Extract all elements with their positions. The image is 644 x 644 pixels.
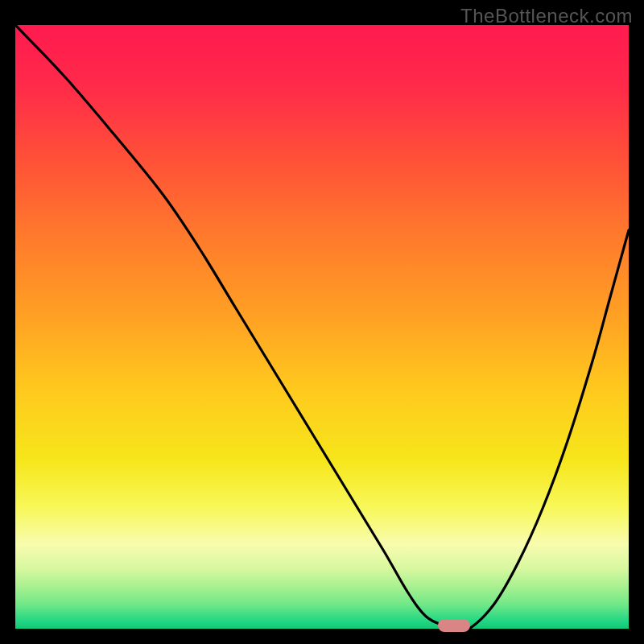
watermark-text: TheBottleneck.com bbox=[460, 5, 633, 27]
chart-plot-area bbox=[15, 25, 629, 629]
bottleneck-curve-path bbox=[15, 25, 629, 629]
optimum-marker bbox=[438, 619, 470, 632]
chart-curve bbox=[15, 25, 629, 629]
